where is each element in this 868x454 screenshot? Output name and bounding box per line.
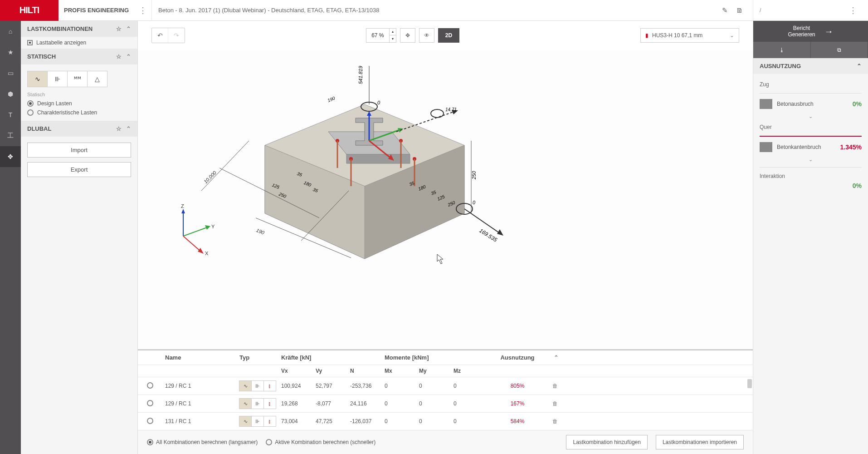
path-text: / — [760, 7, 761, 14]
right-more-icon[interactable]: ⋮ — [844, 5, 862, 15]
brand-logo: HILTI — [0, 0, 59, 21]
more-menu-icon[interactable]: ⋮ — [134, 5, 151, 15]
document-icon[interactable]: 🗎 — [732, 6, 746, 14]
edit-icon[interactable]: ✎ — [717, 6, 732, 15]
app-title: PROFIS ENGINEERING — [59, 7, 134, 14]
breadcrumb: Beton - 8. Jun. 2017 (1) (Dlubal Webinar… — [158, 7, 717, 14]
